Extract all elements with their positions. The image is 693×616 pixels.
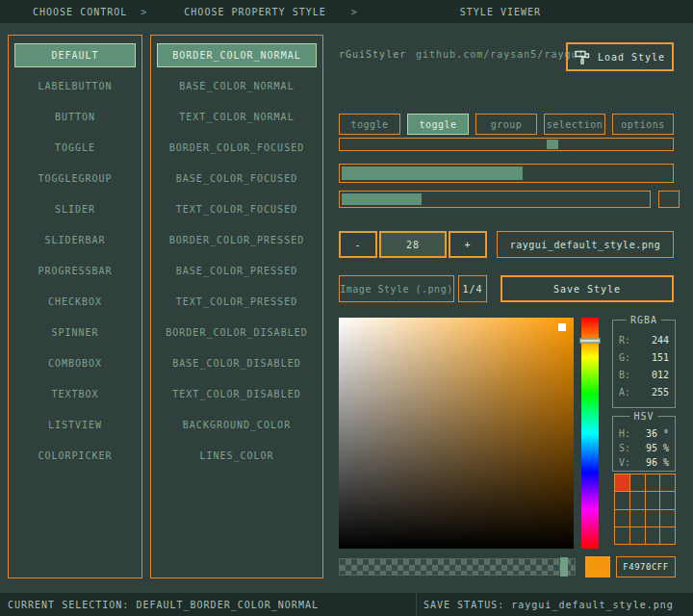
palette-cell[interactable] bbox=[615, 475, 629, 491]
progress-value-box[interactable] bbox=[658, 191, 680, 208]
load-style-label: Load Style bbox=[598, 52, 665, 63]
palette-cell[interactable] bbox=[646, 475, 660, 491]
alpha-slider-handle[interactable] bbox=[560, 557, 568, 577]
properties-list-panel: BORDER_COLOR_NORMAL BASE_COLOR_NORMAL TE… bbox=[150, 35, 323, 578]
hsv-row: S: 95 % bbox=[613, 441, 675, 455]
section-choose-property-style: CHOOSE PROPERTY STYLE bbox=[184, 7, 325, 17]
palette-cell[interactable] bbox=[660, 510, 675, 526]
hex-color-input[interactable]: F4970CFF bbox=[616, 556, 676, 578]
toggle-group-item[interactable]: selection bbox=[544, 114, 605, 135]
rgba-channel-label: G: bbox=[619, 349, 630, 367]
toggle-group-item[interactable]: toggle bbox=[339, 114, 400, 135]
palette-cell[interactable] bbox=[660, 475, 675, 491]
property-list-item[interactable]: BORDER_COLOR_DISABLED bbox=[157, 321, 317, 345]
hsv-channel-value: 96 % bbox=[646, 455, 669, 470]
control-list-item[interactable]: DEFAULT bbox=[14, 43, 136, 67]
hue-slider-handle[interactable] bbox=[579, 339, 601, 344]
hsv-groupbox: HSV H: 36 ° S: 95 % V: 96 % bbox=[612, 416, 676, 472]
rgba-channel-value: 012 bbox=[652, 367, 669, 384]
palette-cell[interactable] bbox=[630, 475, 645, 491]
property-list-item[interactable]: TEXT_COLOR_PRESSED bbox=[157, 290, 317, 314]
progressbar-fill bbox=[342, 193, 422, 205]
load-style-button[interactable]: Load Style bbox=[566, 42, 674, 71]
spinner-increment-button[interactable]: + bbox=[449, 231, 487, 258]
palette-cell[interactable] bbox=[615, 527, 629, 544]
current-selection-status: CURRENT SELECTION: DEFAULT_BORDER_COLOR_… bbox=[8, 600, 319, 610]
property-list-item[interactable]: TEXT_COLOR_NORMAL bbox=[157, 105, 317, 129]
alpha-slider[interactable] bbox=[339, 558, 576, 576]
hsv-row: H: 36 ° bbox=[613, 426, 675, 441]
save-status: SAVE STATUS: raygui_default_style.png bbox=[424, 600, 674, 610]
rgba-channel-value: 255 bbox=[652, 384, 669, 401]
control-list-item[interactable]: CHECKBOX bbox=[14, 290, 136, 314]
palette-cell[interactable] bbox=[660, 492, 675, 508]
property-list-item[interactable]: BORDER_COLOR_NORMAL bbox=[157, 43, 317, 67]
hsv-title: HSV bbox=[629, 411, 657, 422]
top-menu-bar: CHOOSE CONTROL > CHOOSE PROPERTY STYLE >… bbox=[0, 0, 693, 23]
save-style-button[interactable]: Save Style bbox=[500, 275, 674, 302]
palette-cell[interactable] bbox=[660, 527, 675, 544]
control-list-item[interactable]: PROGRESSBAR bbox=[14, 259, 136, 283]
breadcrumb-separator: > bbox=[141, 7, 147, 17]
hue-slider[interactable] bbox=[581, 318, 599, 549]
rgba-channel-value: 244 bbox=[652, 332, 669, 349]
rgba-row: R: 244 bbox=[613, 332, 675, 349]
rgba-row: A: 255 bbox=[613, 384, 675, 401]
sliderbar-demo[interactable] bbox=[339, 164, 674, 183]
slider-demo[interactable] bbox=[339, 138, 674, 151]
property-list-item[interactable]: BASE_COLOR_PRESSED bbox=[157, 259, 317, 283]
repo-link[interactable]: github.com/raysan5/raygui bbox=[416, 49, 585, 60]
control-list-item[interactable]: COLORPICKER bbox=[14, 444, 136, 468]
section-choose-control: CHOOSE CONTROL bbox=[33, 7, 127, 17]
property-list-item[interactable]: BACKGROUND_COLOR bbox=[157, 413, 317, 437]
control-list-item[interactable]: SLIDER bbox=[14, 197, 136, 221]
property-list-item[interactable]: BASE_COLOR_FOCUSED bbox=[157, 167, 317, 191]
rgba-row: G: 151 bbox=[613, 349, 675, 367]
property-list-item[interactable]: TEXT_COLOR_FOCUSED bbox=[157, 197, 317, 221]
toggle-group: toggle toggle group selection options bbox=[339, 114, 674, 135]
property-list-item[interactable]: LINES_COLOR bbox=[157, 444, 317, 468]
palette-cell[interactable] bbox=[646, 527, 660, 544]
paint-roller-icon bbox=[575, 50, 590, 64]
control-list-item[interactable]: TOGGLEGROUP bbox=[14, 167, 136, 191]
property-list-item[interactable]: BASE_COLOR_DISABLED bbox=[157, 351, 317, 375]
property-list-item[interactable]: TEXT_COLOR_DISABLED bbox=[157, 382, 317, 406]
palette-cell[interactable] bbox=[615, 492, 629, 508]
hsv-channel-value: 36 ° bbox=[646, 426, 669, 441]
control-list-item[interactable]: SLIDERBAR bbox=[14, 228, 136, 252]
property-list-item[interactable]: BASE_COLOR_NORMAL bbox=[157, 74, 317, 98]
palette-cell[interactable] bbox=[630, 492, 645, 508]
rgba-row: B: 012 bbox=[613, 367, 675, 384]
color-picker-marker[interactable] bbox=[558, 323, 566, 331]
control-list-item[interactable]: COMBOBOX bbox=[14, 351, 136, 375]
control-list-item[interactable]: BUTTON bbox=[14, 105, 136, 129]
progressbar-demo bbox=[339, 191, 651, 208]
hsv-channel-label: V: bbox=[619, 455, 630, 470]
toggle-group-item[interactable]: group bbox=[475, 114, 537, 135]
style-filename-input[interactable]: raygui_default_style.png bbox=[497, 231, 674, 258]
property-list-item[interactable]: BORDER_COLOR_PRESSED bbox=[157, 228, 317, 252]
control-list-item[interactable]: LABELBUTTON bbox=[14, 74, 136, 98]
controls-list-panel: DEFAULT LABELBUTTON BUTTON TOGGLE TOGGLE… bbox=[8, 35, 142, 578]
palette-cell[interactable] bbox=[615, 510, 629, 526]
palette-cell[interactable] bbox=[646, 492, 660, 508]
control-list-item[interactable]: TEXTBOX bbox=[14, 382, 136, 406]
control-list-item[interactable]: TOGGLE bbox=[14, 136, 136, 160]
control-list-item[interactable]: SPINNER bbox=[14, 321, 136, 345]
rgba-groupbox: RGBA R: 244 G: 151 B: 012 A: 255 bbox=[612, 320, 676, 408]
control-list-item[interactable]: LISTVIEW bbox=[14, 413, 136, 437]
rgba-channel-value: 151 bbox=[652, 349, 669, 367]
slider-handle[interactable] bbox=[547, 140, 558, 149]
palette-cell[interactable] bbox=[646, 510, 660, 526]
spinner-decrement-button[interactable]: - bbox=[339, 231, 377, 258]
page-indicator[interactable]: 1/4 bbox=[458, 275, 487, 302]
palette-cell[interactable] bbox=[630, 510, 645, 526]
color-saturation-value-picker[interactable] bbox=[339, 318, 574, 549]
property-list-item[interactable]: BORDER_COLOR_FOCUSED bbox=[157, 136, 317, 160]
palette-cell[interactable] bbox=[630, 527, 645, 544]
toggle-group-item[interactable]: options bbox=[612, 114, 674, 135]
spinner-value-field[interactable]: 28 bbox=[379, 231, 447, 258]
toggle-group-item[interactable]: toggle bbox=[407, 114, 469, 135]
rgba-title: RGBA bbox=[627, 315, 661, 325]
image-style-button[interactable]: Image Style (.png) bbox=[339, 275, 454, 302]
